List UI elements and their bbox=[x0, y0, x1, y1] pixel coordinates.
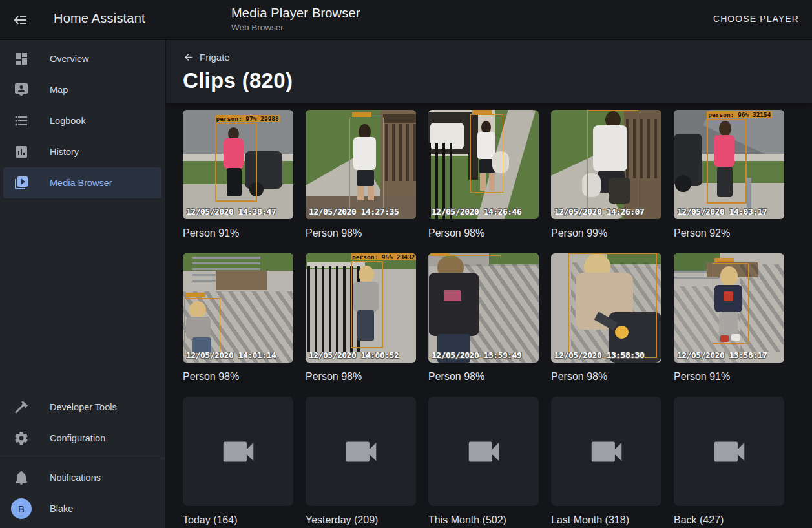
clip-timestamp: 12/05/2020 14:38:47 bbox=[186, 207, 276, 216]
clip-timestamp: 12/05/2020 14:00:52 bbox=[309, 350, 399, 360]
detection-bbox bbox=[349, 118, 384, 211]
video-camera-icon bbox=[218, 432, 258, 472]
map-icon bbox=[14, 82, 29, 98]
clip-thumbnail[interactable]: person: 97% 29988 12/05/2020 14:38:47 bbox=[183, 110, 293, 219]
sidebar-item-configuration[interactable]: Configuration bbox=[3, 423, 161, 454]
clip-item[interactable]: person: 95% 23432 12/05/2020 14:00:52 Pe… bbox=[306, 253, 416, 383]
clip-thumbnail[interactable]: 12/05/2020 14:26:07 bbox=[551, 110, 661, 219]
clip-item[interactable]: person: 96% 32154 12/05/2020 14:03:17 Pe… bbox=[674, 110, 784, 239]
sidebar-item-notifications[interactable]: Notifications bbox=[3, 462, 161, 493]
clip-caption: Person 91% bbox=[183, 227, 293, 239]
folder-tile[interactable] bbox=[306, 397, 416, 506]
sidebar-item-label: Developer Tools bbox=[50, 402, 117, 412]
clip-thumbnail[interactable]: 12/05/2020 13:58:17 bbox=[674, 253, 784, 363]
folder-item[interactable]: Back (427) bbox=[674, 397, 784, 526]
sidebar-item-label: Overview bbox=[50, 54, 88, 64]
sidebar-divider bbox=[0, 458, 165, 458]
user-name-label: Blake bbox=[50, 503, 73, 514]
clip-caption: Person 98% bbox=[306, 371, 416, 383]
sidebar-item-media-browser[interactable]: Media Browser bbox=[3, 167, 161, 198]
clips-scroll-area[interactable]: person: 97% 29988 12/05/2020 14:38:47 Pe… bbox=[166, 103, 812, 528]
folder-item[interactable]: Last Month (318) bbox=[551, 397, 661, 526]
clip-item[interactable]: 12/05/2020 13:59:49 Person 98% bbox=[428, 253, 539, 383]
clip-item[interactable]: 12/05/2020 13:58:17 Person 91% bbox=[674, 253, 784, 383]
video-camera-icon bbox=[587, 432, 627, 472]
folder-caption: Last Month (318) bbox=[551, 514, 661, 526]
sidebar-item-map[interactable]: Map bbox=[3, 74, 161, 105]
sidebar-item-history[interactable]: History bbox=[3, 136, 161, 167]
media-browser-subtitle: Web Browser bbox=[231, 23, 360, 32]
clip-timestamp: 12/05/2020 13:58:17 bbox=[677, 350, 767, 360]
folder-item[interactable]: Yesterday (209) bbox=[306, 397, 416, 526]
clip-timestamp: 12/05/2020 14:27:35 bbox=[309, 207, 399, 216]
clip-timestamp: 12/05/2020 14:03:17 bbox=[677, 207, 767, 216]
detection-bbox bbox=[351, 261, 383, 348]
sidebar-item-overview[interactable]: Overview bbox=[3, 43, 161, 74]
clip-thumbnail[interactable]: 12/05/2020 14:01:14 bbox=[183, 253, 293, 363]
folder-item[interactable]: Today (164) bbox=[183, 397, 293, 526]
video-camera-icon bbox=[709, 432, 749, 472]
clip-item[interactable]: 12/05/2020 14:26:07 Person 99% bbox=[551, 110, 661, 239]
folder-tile[interactable] bbox=[674, 397, 784, 506]
folder-tile[interactable] bbox=[551, 397, 661, 506]
clip-caption: Person 92% bbox=[674, 227, 784, 239]
detection-bbox bbox=[587, 110, 638, 210]
browser-title-block: Media Player Browser Web Browser bbox=[231, 6, 360, 32]
sidebar-spacer bbox=[0, 198, 165, 392]
clip-thumbnail[interactable]: person: 96% 32154 12/05/2020 14:03:17 bbox=[674, 110, 784, 219]
logbook-icon bbox=[14, 113, 29, 129]
detection-label-chip: person: 95% 23432 bbox=[351, 253, 416, 260]
detection-bbox bbox=[428, 255, 501, 358]
folder-item[interactable]: This Month (502) bbox=[428, 397, 539, 526]
clip-item[interactable]: 12/05/2020 14:26:46 Person 98% bbox=[428, 110, 539, 239]
scene-layer bbox=[747, 178, 751, 211]
clip-thumbnail[interactable]: 12/05/2020 14:27:35 bbox=[306, 110, 416, 219]
sidebar-item-user[interactable]: B Blake bbox=[3, 493, 161, 524]
clip-item[interactable]: 12/05/2020 13:58:30 Person 98% bbox=[551, 253, 661, 383]
scene-layer bbox=[675, 175, 692, 191]
menu-toggle-icon[interactable] bbox=[13, 12, 28, 28]
sidebar-item-label: Logbook bbox=[50, 116, 86, 126]
clip-item[interactable]: 12/05/2020 14:27:35 Person 98% bbox=[306, 110, 416, 239]
top-app-bar: Home Assistant Media Player Browser Web … bbox=[0, 0, 812, 40]
sidebar-item-developer-tools[interactable]: Developer Tools bbox=[3, 392, 161, 423]
clip-item[interactable]: person: 97% 29988 12/05/2020 14:38:47 Pe… bbox=[183, 110, 293, 239]
folder-caption: Back (427) bbox=[674, 514, 784, 526]
folder-tile[interactable] bbox=[428, 397, 539, 506]
clip-timestamp: 12/05/2020 14:26:07 bbox=[554, 207, 644, 216]
clip-item[interactable]: 12/05/2020 14:01:14 Person 98% bbox=[183, 253, 293, 383]
choose-player-button[interactable]: CHOOSE PLAYER bbox=[713, 14, 799, 24]
media-browser-icon bbox=[14, 175, 29, 191]
sidebar-item-label: Media Browser bbox=[50, 178, 112, 188]
detection-label-chip: person: 96% 32154 bbox=[707, 111, 772, 118]
detection-label-chip bbox=[714, 258, 734, 262]
clip-thumbnail[interactable]: 12/05/2020 13:58:30 bbox=[551, 253, 661, 363]
clip-caption: Person 98% bbox=[183, 371, 293, 383]
detection-bbox bbox=[713, 263, 749, 344]
detection-bbox bbox=[568, 253, 657, 358]
clip-thumbnail[interactable]: 12/05/2020 13:59:49 bbox=[428, 253, 539, 363]
sidebar-item-logbook[interactable]: Logbook bbox=[3, 105, 161, 136]
detection-bbox bbox=[707, 119, 747, 204]
detection-label-chip: person: 97% 29988 bbox=[215, 115, 280, 122]
clip-caption: Person 98% bbox=[306, 227, 416, 239]
folder-caption: This Month (502) bbox=[428, 514, 539, 526]
clips-grid: person: 97% 29988 12/05/2020 14:38:47 Pe… bbox=[183, 110, 812, 526]
bell-icon bbox=[14, 470, 29, 485]
clip-thumbnail[interactable]: person: 95% 23432 12/05/2020 14:00:52 bbox=[306, 253, 416, 363]
sidebar-item-label: History bbox=[50, 147, 79, 157]
clip-caption: Person 91% bbox=[674, 371, 784, 383]
user-avatar: B bbox=[11, 498, 32, 519]
breadcrumb-back[interactable]: Frigate bbox=[183, 52, 812, 63]
sidebar-item-label: Notifications bbox=[50, 472, 101, 483]
breadcrumb-label: Frigate bbox=[200, 52, 230, 63]
scene-layer bbox=[216, 271, 267, 290]
clip-caption: Person 98% bbox=[551, 371, 661, 383]
clip-thumbnail[interactable]: 12/05/2020 14:26:46 bbox=[428, 110, 539, 219]
detection-bbox bbox=[184, 298, 220, 355]
app-title: Home Assistant bbox=[54, 11, 145, 26]
history-icon bbox=[14, 144, 29, 160]
folder-tile[interactable] bbox=[183, 397, 293, 506]
sidebar-item-label: Configuration bbox=[50, 433, 105, 443]
detection-label-chip bbox=[352, 112, 371, 117]
